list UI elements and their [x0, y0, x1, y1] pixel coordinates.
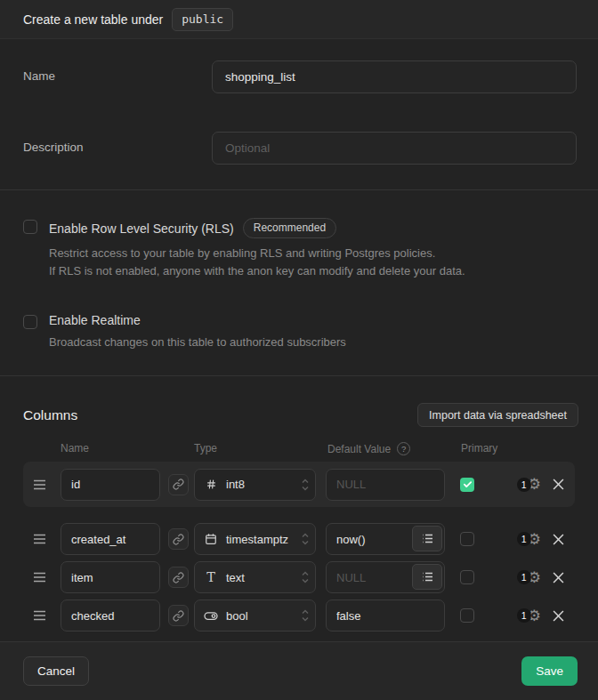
calendar-icon: [204, 533, 218, 545]
list-icon: [422, 534, 433, 543]
help-icon[interactable]: ?: [397, 442, 410, 455]
remove-column-button[interactable]: [553, 572, 564, 583]
settings-count-badge: 1: [517, 570, 531, 584]
chevron-updown-icon: [301, 571, 310, 584]
save-button[interactable]: Save: [521, 656, 578, 686]
foreign-key-link-icon[interactable]: [168, 474, 189, 495]
drag-handle-icon[interactable]: [33, 572, 46, 583]
realtime-label: Enable Realtime: [49, 313, 141, 327]
default-value-input[interactable]: [326, 469, 445, 501]
rls-checkbox[interactable]: [23, 220, 37, 234]
column-type-value: text: [226, 571, 245, 584]
header-primary: Primary: [461, 442, 497, 455]
row-controls: 1 ⚙: [517, 532, 564, 547]
chevron-updown-icon: [301, 609, 310, 623]
import-spreadsheet-button[interactable]: Import data via spreadsheet: [417, 403, 578, 427]
list-icon: [422, 572, 433, 582]
text-icon: T: [204, 570, 218, 584]
recommended-badge: Recommended: [243, 218, 336, 238]
create-table-dialog: Create a new table under public Name Des…: [0, 0, 598, 700]
column-type-select[interactable]: bool: [194, 599, 316, 632]
drag-handle-icon[interactable]: [33, 479, 46, 490]
realtime-checkbox[interactable]: [23, 315, 37, 329]
column-name-input[interactable]: [61, 561, 160, 593]
drag-handle-icon[interactable]: [33, 534, 46, 544]
description-label: Description: [23, 132, 212, 154]
dialog-title: Create a new table under: [23, 12, 163, 27]
column-rows: int8 1 ⚙: [0, 462, 598, 632]
options-section: Enable Row Level Security (RLS) Recommen…: [0, 190, 598, 376]
row-controls: 1 ⚙: [517, 570, 564, 585]
primary-checkbox[interactable]: [460, 478, 474, 492]
column-type-value: int8: [226, 478, 245, 491]
hash-icon: [204, 479, 218, 490]
default-value-wrap: [326, 561, 445, 593]
column-row-id: int8 1 ⚙: [23, 462, 575, 507]
column-settings-button[interactable]: 1 ⚙: [517, 608, 541, 624]
realtime-body: Enable Realtime Broadcast changes on thi…: [49, 313, 346, 351]
column-settings-button[interactable]: 1 ⚙: [517, 532, 541, 547]
column-name-input[interactable]: [61, 523, 160, 555]
row-controls: 1 ⚙: [517, 608, 564, 624]
column-name-input[interactable]: [61, 599, 160, 632]
rls-label: Enable Row Level Security (RLS): [49, 221, 234, 236]
remove-column-button[interactable]: [553, 534, 564, 545]
remove-column-button[interactable]: [553, 610, 564, 622]
default-value-input[interactable]: [326, 599, 445, 632]
rls-description-line2: If RLS is not enabled, anyone with the a…: [49, 262, 465, 280]
foreign-key-link-icon[interactable]: [168, 567, 189, 588]
foreign-key-link-icon[interactable]: [168, 605, 189, 626]
primary-checkbox[interactable]: [460, 570, 474, 584]
realtime-toggle-row: Enable Realtime Broadcast changes on thi…: [23, 313, 575, 351]
dialog-footer: Cancel Save: [0, 642, 598, 700]
rls-toggle-row: Enable Row Level Security (RLS) Recommen…: [23, 218, 575, 280]
column-type-select[interactable]: T text: [194, 561, 316, 593]
remove-column-button[interactable]: [553, 479, 564, 490]
default-value-wrap: [326, 523, 445, 555]
rls-description-line1: Restrict access to your table by enablin…: [49, 245, 465, 262]
table-description-input[interactable]: [212, 132, 577, 165]
column-row-item: T text 1: [23, 561, 575, 593]
header-default: Default Value ?: [327, 442, 410, 455]
expression-picker-button[interactable]: [412, 564, 442, 590]
default-value-wrap: [326, 469, 445, 501]
primary-checkbox[interactable]: [460, 608, 474, 623]
dialog-header: Create a new table under public: [0, 0, 598, 39]
realtime-description: Broadcast changes on this table to autho…: [49, 334, 346, 351]
drag-handle-icon[interactable]: [33, 610, 46, 621]
toggle-icon: [204, 610, 218, 622]
table-name-input[interactable]: [212, 60, 577, 93]
expression-picker-button[interactable]: [412, 526, 442, 551]
description-row: Description: [23, 132, 577, 165]
columns-grid-header: Name Type Default Value ? Primary: [0, 442, 598, 454]
foreign-key-link-icon[interactable]: [168, 528, 189, 550]
chevron-updown-icon: [301, 478, 310, 491]
column-type-select[interactable]: timestamptz: [194, 523, 316, 555]
schema-badge: public: [172, 8, 233, 31]
table-info-section: Name Description: [0, 39, 598, 190]
column-row-created-at: timestamptz 1: [23, 523, 575, 555]
name-row: Name: [23, 60, 577, 93]
column-type-value: timestamptz: [226, 533, 288, 546]
columns-title: Columns: [23, 407, 77, 423]
cancel-button[interactable]: Cancel: [23, 656, 89, 686]
header-name: Name: [61, 442, 89, 455]
column-row-id-highlight: int8 1 ⚙: [23, 462, 575, 507]
default-value-wrap: [326, 599, 445, 632]
column-row-checked: bool 1 ⚙: [23, 599, 575, 632]
chevron-updown-icon: [301, 533, 310, 546]
column-settings-button[interactable]: 1 ⚙: [517, 570, 541, 585]
name-label: Name: [23, 60, 212, 83]
column-name-input[interactable]: [61, 469, 160, 501]
columns-section: Columns Import data via spreadsheet Name…: [0, 376, 598, 642]
column-settings-button[interactable]: 1 ⚙: [517, 477, 541, 492]
settings-count-badge: 1: [517, 532, 531, 546]
column-type-select[interactable]: int8: [194, 469, 316, 501]
row-controls: 1 ⚙: [517, 477, 564, 492]
primary-checkbox[interactable]: [460, 532, 474, 546]
settings-count-badge: 1: [517, 608, 531, 623]
column-type-value: bool: [226, 609, 248, 623]
rls-body: Enable Row Level Security (RLS) Recommen…: [49, 218, 465, 280]
header-type: Type: [194, 442, 217, 455]
settings-count-badge: 1: [517, 478, 531, 492]
